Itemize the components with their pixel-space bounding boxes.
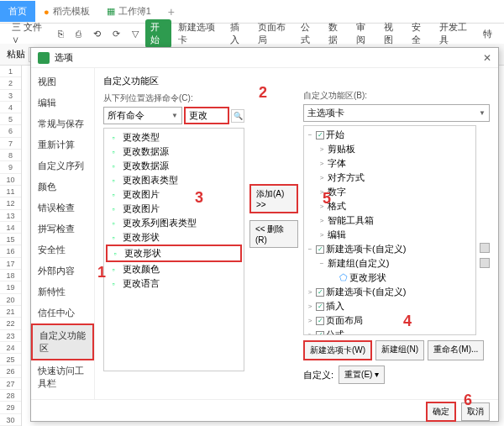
command-item[interactable]: ▫更改形状	[106, 245, 242, 262]
menu-item[interactable]: 特	[478, 26, 497, 42]
row-header[interactable]: 4	[0, 102, 21, 113]
sidebar-item[interactable]: 拼写检查	[31, 218, 94, 239]
new-tab-button[interactable]: 新建选项卡(W)	[303, 340, 372, 360]
row-header[interactable]: 13	[0, 210, 21, 222]
ribbon-tree[interactable]: −✓开始>剪贴板>字体>对齐方式>数字>格式>智能工具箱>编辑−✓新建选项卡(自…	[303, 125, 476, 335]
row-header[interactable]: 30	[0, 414, 21, 426]
search-input[interactable]: 更改	[184, 107, 229, 124]
row-header[interactable]: 16	[0, 245, 21, 257]
sidebar-item[interactable]: 信任中心	[31, 302, 94, 323]
command-item[interactable]: ▫更改图表类型	[106, 173, 242, 187]
tree-node[interactable]: ⬠更改形状	[306, 271, 474, 285]
row-header[interactable]: 1	[0, 66, 21, 77]
tree-node[interactable]: >对齐方式	[306, 171, 474, 185]
tree-node[interactable]: >✓页面布局	[306, 313, 474, 328]
row-header[interactable]: 22	[0, 318, 21, 329]
command-item[interactable]: ▫更改语言	[106, 276, 242, 291]
menu-item[interactable]: 新建选项卡	[173, 19, 223, 48]
sidebar-item[interactable]: 编辑	[31, 92, 94, 113]
tree-node[interactable]: −新建组(自定义)	[306, 256, 474, 271]
sidebar-item[interactable]: 重新计算	[31, 134, 94, 155]
sidebar-item[interactable]: 颜色	[31, 176, 94, 197]
menu-item[interactable]: 公式	[296, 19, 322, 48]
move-up-button[interactable]	[480, 243, 490, 253]
row-header[interactable]: 23	[0, 330, 21, 342]
command-item[interactable]: ▫更改形状	[106, 230, 242, 245]
sidebar-item[interactable]: 外部内容	[31, 260, 94, 281]
sidebar-item[interactable]: 自定义功能区	[31, 323, 94, 360]
tree-node[interactable]: >✓插入	[306, 299, 474, 313]
row-header[interactable]: 3	[0, 90, 21, 102]
row-header[interactable]: 11	[0, 186, 21, 197]
ribbon-combo[interactable]: 主选项卡▼	[303, 104, 490, 122]
menu-item[interactable]: ⟳	[108, 27, 125, 41]
commands-combo[interactable]: 所有命令▼	[103, 107, 182, 124]
tree-node[interactable]: >编辑	[306, 228, 474, 242]
row-header[interactable]: 25	[0, 354, 21, 366]
row-header[interactable]: 7	[0, 138, 21, 150]
close-icon[interactable]: ✕	[483, 52, 491, 64]
menu-item[interactable]: 开发工具	[434, 19, 476, 48]
row-header[interactable]: 26	[0, 366, 21, 377]
move-down-button[interactable]	[480, 258, 490, 268]
row-header[interactable]: 6	[0, 125, 21, 137]
menu-item[interactable]: ⟲	[88, 27, 106, 41]
menu-item[interactable]: 开始	[145, 19, 171, 48]
row-header[interactable]: 28	[0, 390, 21, 402]
row-header[interactable]: 19	[0, 281, 21, 293]
row-header[interactable]: 2	[0, 77, 21, 89]
paste-button[interactable]: 粘贴	[7, 48, 25, 60]
sidebar-item[interactable]: 常规与保存	[31, 113, 94, 134]
search-icon[interactable]: 🔍	[231, 109, 244, 123]
command-item[interactable]: ▫更改数据源	[106, 145, 242, 159]
row-header[interactable]: 14	[0, 222, 21, 234]
tree-node[interactable]: >剪贴板	[306, 142, 474, 156]
sidebar-item[interactable]: 安全性	[31, 239, 94, 260]
menu-item[interactable]: ⎘	[53, 27, 69, 40]
row-header[interactable]: 27	[0, 378, 21, 390]
tree-node[interactable]: −✓开始	[306, 128, 474, 142]
new-group-button[interactable]: 新建组(N)	[375, 340, 424, 360]
sidebar-item[interactable]: 视图	[31, 71, 94, 92]
command-item[interactable]: ▫更改数据源	[106, 159, 242, 173]
row-header[interactable]: 12	[0, 197, 21, 209]
menu-item[interactable]: 审阅	[351, 19, 377, 48]
tree-node[interactable]: −✓新建选项卡(自定义)	[306, 242, 474, 256]
row-header[interactable]: 20	[0, 294, 21, 306]
tree-node[interactable]: >字体	[306, 156, 474, 171]
menu-item[interactable]: 视图	[379, 19, 405, 48]
menu-item[interactable]: 安全	[407, 19, 433, 48]
tree-node[interactable]: >智能工具箱	[306, 213, 474, 228]
command-item[interactable]: ▫更改图片	[106, 187, 242, 202]
row-header[interactable]: 9	[0, 161, 21, 173]
sidebar-item[interactable]: 新特性	[31, 281, 94, 302]
ok-button[interactable]: 确定	[426, 402, 456, 422]
reset-button[interactable]: 重置(E) ▾	[339, 366, 385, 384]
row-header[interactable]: 15	[0, 234, 21, 245]
row-header[interactable]: 21	[0, 306, 21, 318]
row-header[interactable]: 29	[0, 402, 21, 413]
tree-node[interactable]: >✓新建选项卡(自定义)	[306, 285, 474, 299]
menu-item[interactable]: 数据	[323, 19, 349, 48]
command-item[interactable]: ▫更改图片	[106, 202, 242, 216]
sidebar-item[interactable]: 错误检查	[31, 197, 94, 218]
row-header[interactable]: 8	[0, 150, 21, 161]
commands-list[interactable]: ▫更改类型▫更改数据源▫更改数据源▫更改图表类型▫更改图片▫更改图片▫更改系列图…	[103, 128, 244, 371]
row-header[interactable]: 5	[0, 113, 21, 125]
menu-item[interactable]: 页面布局	[253, 19, 295, 48]
menu-item[interactable]: 三 文件 ∨	[7, 19, 51, 48]
row-header[interactable]: 17	[0, 258, 21, 270]
menu-item[interactable]: ▽	[127, 27, 144, 41]
add-button[interactable]: 添加(A) >>	[249, 184, 298, 213]
row-header[interactable]: 24	[0, 342, 21, 354]
row-header[interactable]: 18	[0, 270, 21, 281]
sidebar-item[interactable]: 自定义序列	[31, 155, 94, 176]
command-item[interactable]: ▫更改系列图表类型	[106, 216, 242, 230]
sidebar-item[interactable]: 快速访问工具栏	[31, 360, 94, 394]
command-item[interactable]: ▫更改颜色	[106, 262, 242, 276]
remove-button[interactable]: << 删除(R)	[249, 220, 298, 248]
command-item[interactable]: ▫更改类型	[106, 130, 242, 145]
rename-button[interactable]: 重命名(M)...	[428, 340, 484, 360]
menu-item[interactable]: 插入	[225, 19, 251, 48]
row-header[interactable]: 10	[0, 174, 21, 186]
